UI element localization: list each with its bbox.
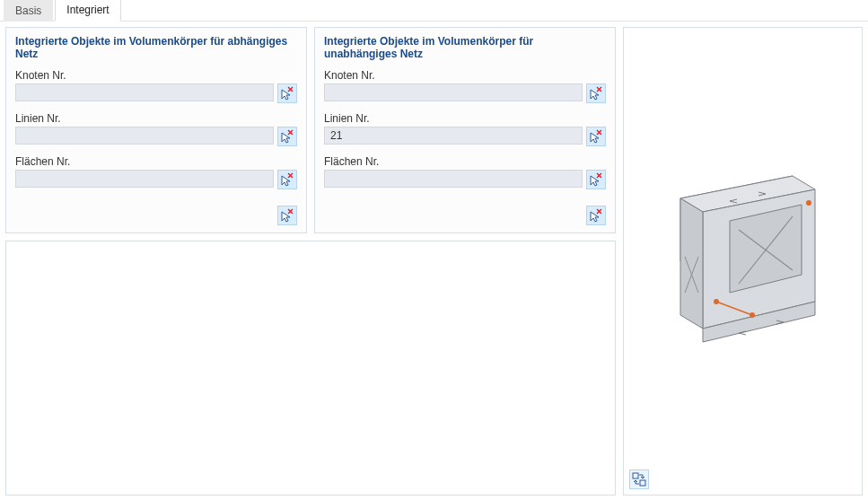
details-panel	[5, 241, 616, 496]
pick-cursor-icon	[280, 208, 294, 223]
pick-flaechen-dep-button[interactable]	[277, 170, 297, 189]
tab-basis[interactable]: Basis	[4, 0, 53, 22]
panel-independent-mesh: Integrierte Objekte im Volumenkörper für…	[314, 27, 616, 233]
preview-panel	[623, 27, 863, 496]
pick-all-dep-button[interactable]	[277, 206, 297, 225]
pick-linien-dep-button[interactable]	[277, 127, 297, 146]
pick-cursor-icon	[589, 172, 603, 187]
pick-knoten-indep-button[interactable]	[586, 83, 606, 103]
pick-cursor-icon	[280, 129, 294, 144]
svg-point-17	[750, 312, 755, 318]
input-linien-indep[interactable]	[324, 127, 583, 145]
label-knoten-indep: Knoten Nr.	[324, 69, 606, 82]
label-knoten-dep: Knoten Nr.	[15, 69, 297, 82]
panel-independent-title: Integrierte Objekte im Volumenkörper für…	[324, 35, 606, 60]
pick-cursor-icon	[589, 86, 603, 101]
pick-cursor-icon	[280, 86, 294, 101]
svg-point-18	[806, 200, 811, 206]
swap-view-button[interactable]	[629, 469, 649, 489]
pick-all-indep-button[interactable]	[586, 206, 606, 225]
pick-cursor-icon	[589, 129, 603, 144]
tab-strip: Basis Integriert	[0, 0, 868, 22]
svg-marker-7	[680, 198, 703, 329]
solid-preview-illustration	[640, 158, 846, 364]
pick-linien-indep-button[interactable]	[586, 127, 606, 146]
pick-cursor-icon	[280, 172, 294, 187]
pick-flaechen-indep-button[interactable]	[586, 170, 606, 189]
panel-dependent-mesh: Integrierte Objekte im Volumenkörper für…	[5, 27, 307, 233]
input-flaechen-indep[interactable]	[324, 170, 583, 188]
input-knoten-dep[interactable]	[15, 83, 274, 101]
input-flaechen-dep[interactable]	[15, 170, 274, 188]
input-knoten-indep[interactable]	[324, 83, 583, 101]
pick-knoten-dep-button[interactable]	[277, 83, 297, 103]
pick-cursor-icon	[589, 208, 603, 223]
svg-point-16	[714, 299, 719, 304]
input-linien-dep[interactable]	[15, 127, 274, 145]
label-linien-dep: Linien Nr.	[15, 112, 297, 125]
label-linien-indep: Linien Nr.	[324, 112, 606, 125]
panel-dependent-title: Integrierte Objekte im Volumenkörper für…	[15, 35, 297, 60]
label-flaechen-indep: Flächen Nr.	[324, 155, 606, 168]
tab-integriert[interactable]: Integriert	[55, 0, 120, 22]
swap-icon	[632, 472, 646, 487]
label-flaechen-dep: Flächen Nr.	[15, 155, 297, 168]
